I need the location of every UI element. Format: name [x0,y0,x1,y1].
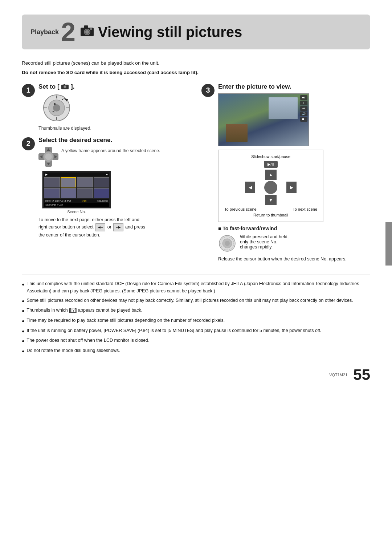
step-2-content: Select the desired scene. [38,137,191,239]
bullet-6: ● [22,337,25,345]
ff-text: While pressed and held, only the scene N… [240,234,289,250]
control-diagram: Slideshow start/pause ▶/II ▲ ◀ [218,150,323,222]
page-number: 55 [353,366,370,384]
intro-line1: Recorded still pictures (scenes) can be … [22,60,370,67]
bullet-4: ● [22,317,25,325]
note-6: ● The power does not shut off when the L… [22,337,370,345]
step-2-title: Select the desired scene. [38,137,191,144]
svg-point-7 [64,86,66,88]
step-3: 3 Enter the picture to view. ⏭ ⏸ [201,83,370,262]
note-3-text: Thumbnails in which [!?] appears cannot … [27,307,143,314]
svg-point-2 [85,30,89,34]
note-4: ● Time may be required to play back some… [22,317,370,325]
note-1: ● This unit complies with the unified st… [22,280,370,295]
step-1-title: Set to [ ]. [38,83,191,90]
sidebar-accent [385,222,392,266]
joystick-icon [38,147,58,168]
step-2: 2 Select the desired scene. [22,137,191,239]
step-2-note: A yellow frame appears around the select… [61,147,160,153]
step-3-title: Enter the picture to view. [218,83,370,90]
ff-title: ■ To fast-forward/rewind [218,226,370,231]
bullet-7: ● [22,348,25,355]
svg-rect-4 [90,28,92,30]
note-4-text: Time may be required to play back some s… [27,317,225,324]
note-3: ● Thumbnails in which [!?] appears canno… [22,307,370,315]
step-2-circle: 2 [22,137,35,150]
chapter-number: 2 [61,19,75,45]
note-7-text: Do not rotate the mode dial during slide… [27,347,120,355]
ff-row: While pressed and held, only the scene N… [218,234,370,254]
note-2: ● Some still pictures recorded on other … [22,297,370,305]
left-column: 1 Set to [ ]. [22,83,191,267]
note-1-text: This unit complies with the unified stan… [27,280,370,295]
page-ref: VQT1M21 [329,373,347,377]
thumbnail-display: ▶● [42,171,111,214]
camera-icon [80,24,94,40]
svg-rect-3 [84,25,88,28]
arrow-left-btn: ◀— [95,223,105,231]
return-label: Return to thumbnail [223,213,319,217]
note-6-text: The power does not shut off when the LCD… [27,337,150,344]
arrow-right-btn: —▶ [113,223,123,231]
intro-line2: Do not remove the SD card while it is be… [22,69,370,76]
step-1-circle: 1 [22,84,35,97]
note-5: ● If the unit is running on battery powe… [22,327,370,335]
scene-no-label: Scene No. [42,210,111,214]
svg-point-22 [45,153,52,160]
step-1: 1 Set to [ ]. [22,83,191,131]
playback-view: ⏭ ⏸ ⏮ 🔊 ⏹ [218,93,309,146]
mode-dial-icon: ▶ ◀ [42,93,191,123]
step-3-circle: 3 [201,84,215,97]
move-text: To move to the next page: either press t… [38,216,147,239]
svg-point-29 [225,241,230,246]
svg-text:▶: ▶ [54,102,57,106]
notes-section: ● This unit complies with the unified st… [22,280,370,355]
page-title: Viewing still pictures [98,24,242,40]
step-1-content: Set to [ ]. [38,83,191,131]
title-box: Playback 2 Viewing still pictures [22,15,370,49]
fast-forward-section: ■ To fast-forward/rewind [218,226,370,262]
nav-labels: To previous scene To next scene [223,207,319,211]
step-3-content: Enter the picture to view. ⏭ ⏸ ⏮ [218,83,370,262]
ff-joystick-icon [218,234,236,254]
right-column: 3 Enter the picture to view. ⏭ ⏸ [201,83,370,267]
steps-container: 1 Set to [ ]. [22,83,370,267]
slideshow-label: Slideshow start/pause [223,154,319,159]
bullet-1: ● [22,281,25,288]
ff-release-note: Release the cursor button when the desir… [218,256,370,262]
page-footer: VQT1M21 55 [22,366,370,384]
note-7: ● Do not rotate the mode dial during sli… [22,347,370,355]
bullet-3: ● [22,307,25,315]
note-2-text: Some still pictures recorded on other de… [27,297,353,304]
section-divider [22,275,370,275]
bullet-5: ● [22,328,25,335]
step-1-sub: Thumbnails are displayed. [38,126,191,131]
bullet-2: ● [22,297,25,305]
playback-label: Playback [30,28,59,36]
svg-rect-8 [64,84,65,85]
note-5-text: If the unit is running on battery power,… [27,327,322,335]
